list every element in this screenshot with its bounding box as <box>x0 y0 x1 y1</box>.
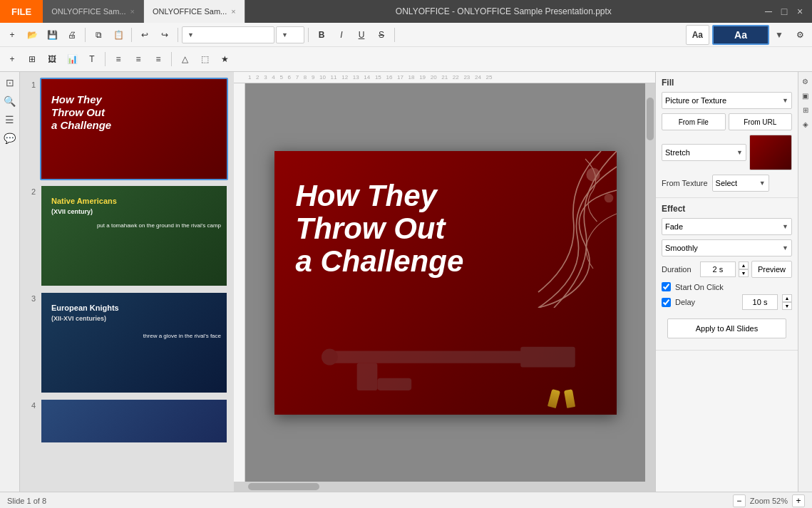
slide-canvas[interactable]: How They Throw Out a Challenge <box>245 83 645 482</box>
zoom-in-button[interactable]: + <box>792 494 805 507</box>
smoothly-chevron: ▼ <box>782 244 788 252</box>
fill-type-label: Picture or Texture <box>665 96 726 105</box>
slide-thumb-3[interactable]: European Knights (XII-XVI centuries) thr… <box>40 291 228 394</box>
theme-expand-button[interactable]: ▼ <box>772 28 786 42</box>
print-button[interactable]: 🖨 <box>63 26 81 44</box>
tab-onlyoffice[interactable]: ONLYOFFICE Sam... × <box>43 0 144 23</box>
tab-sample-presentation[interactable]: ONLYOFFICE Sam... × <box>144 0 245 23</box>
file-menu-button[interactable]: FILE <box>0 0 43 23</box>
fill-buttons: From File From URL <box>662 113 792 130</box>
fill-type-dropdown[interactable]: Picture or Texture ▼ <box>662 92 792 109</box>
slide-1-title: How They Throw Out a Challenge <box>51 93 111 132</box>
tab-close-button[interactable]: × <box>130 7 134 16</box>
scrollbar-thumb-v[interactable] <box>647 98 654 140</box>
copy-button[interactable]: ⧉ <box>89 26 108 44</box>
new-button[interactable]: + <box>3 26 21 44</box>
sidebar-comments-icon[interactable]: 💬 <box>2 130 18 146</box>
slide-item-3[interactable]: 3 European Knights (XII-XVI centuries) t… <box>26 291 228 394</box>
slide-4-bg <box>41 400 227 442</box>
delay-up-button[interactable]: ▲ <box>782 294 792 302</box>
font-name-dropdown[interactable]: ▼ <box>182 26 274 43</box>
ruler-vertical <box>234 83 245 482</box>
from-url-button[interactable]: From URL <box>729 113 793 130</box>
slide-thumb-4[interactable] <box>40 398 228 444</box>
arrange-button[interactable]: ⬚ <box>195 50 214 68</box>
minimize-button[interactable]: ─ <box>762 5 775 18</box>
duration-up-button[interactable]: ▲ <box>739 261 749 269</box>
insert-text-button[interactable]: T <box>83 50 101 68</box>
separator-1 <box>85 28 86 42</box>
slide-thumb-inner-4 <box>41 400 227 442</box>
italic-button[interactable]: I <box>332 26 351 44</box>
slide-item-1[interactable]: 1 How They Throw Out a Challenge <box>26 78 228 180</box>
stretch-dropdown[interactable]: Stretch ▼ <box>662 144 746 161</box>
svg-rect-4 <box>356 363 377 390</box>
effect-section: Effect Fade ▼ Smoothly ▼ Duration ▲ ▼ <box>656 198 798 351</box>
svg-rect-5 <box>377 378 411 390</box>
sidebar-search-icon[interactable]: 🔍 <box>2 93 18 109</box>
insert-chart-button[interactable]: 📊 <box>63 50 81 68</box>
delay-input[interactable] <box>742 294 778 310</box>
align-left-button[interactable]: ≡ <box>109 50 128 68</box>
insert-table-button[interactable]: ⊞ <box>23 50 41 68</box>
horizontal-scrollbar[interactable] <box>234 482 655 492</box>
settings-button[interactable]: ⚙ <box>791 26 809 44</box>
tab-label: ONLYOFFICE Sam... <box>51 7 125 16</box>
close-button[interactable]: × <box>793 5 806 18</box>
font-size-dropdown[interactable]: ▼ <box>276 26 304 43</box>
zoom-out-button[interactable]: − <box>733 494 746 507</box>
slide-thumb-1[interactable]: How They Throw Out a Challenge <box>40 78 228 180</box>
tab-close-button-2[interactable]: × <box>231 7 235 16</box>
theme-dark[interactable]: Aa <box>712 25 769 45</box>
delay-down-button[interactable]: ▼ <box>782 302 792 310</box>
scrollbar-thumb-h[interactable] <box>248 483 319 490</box>
animation-button[interactable]: ★ <box>215 50 234 68</box>
smoothly-dropdown[interactable]: Smoothly ▼ <box>662 239 792 256</box>
paste-button[interactable]: 📋 <box>109 26 128 44</box>
maximize-button[interactable]: □ <box>778 5 791 18</box>
toolbar-area: + 📂 💾 🖨 ⧉ 📋 ↩ ↪ ▼ ▼ B I U S Aa Aa ▼ ⚙ + <box>0 23 812 72</box>
from-texture-dropdown[interactable]: Select ▼ <box>712 175 769 192</box>
strikethrough-button[interactable]: S <box>372 26 391 44</box>
select-label: Select <box>716 179 738 187</box>
duration-down-button[interactable]: ▼ <box>739 269 749 277</box>
undo-button[interactable]: ↩ <box>135 26 154 44</box>
slide-item-2[interactable]: 2 Native Americans (XVII century) put a … <box>26 185 228 287</box>
open-button[interactable]: 📂 <box>23 26 41 44</box>
start-on-click-checkbox[interactable] <box>662 282 671 291</box>
sidebar-slides-list-icon[interactable]: ☰ <box>2 112 18 128</box>
slide-thumb-2[interactable]: Native Americans (XVII century) put a to… <box>40 185 228 287</box>
shapes-button[interactable]: △ <box>175 50 194 68</box>
redo-button[interactable]: ↪ <box>155 26 174 44</box>
duration-input[interactable] <box>700 261 736 277</box>
align-right-button[interactable]: ≡ <box>149 50 168 68</box>
align-center-button[interactable]: ≡ <box>129 50 148 68</box>
far-right-nav2-btn[interactable]: ⊞ <box>799 103 812 116</box>
far-right-nav3-btn[interactable]: ◈ <box>799 118 812 130</box>
far-right-nav1-btn[interactable]: ▣ <box>799 89 812 102</box>
svg-rect-2 <box>322 351 527 363</box>
bold-button[interactable]: B <box>312 26 331 44</box>
preview-button[interactable]: Preview <box>751 261 792 278</box>
insert-image-button[interactable]: 🖼 <box>43 50 61 68</box>
save-button[interactable]: 💾 <box>43 26 61 44</box>
duration-spinner[interactable]: ▲ ▼ <box>739 261 749 277</box>
slide-3-body: threw a glove in the rival's face <box>143 332 221 340</box>
slide-item-4[interactable]: 4 <box>26 398 228 444</box>
delay-spinner[interactable]: ▲ ▼ <box>782 294 792 310</box>
from-file-button[interactable]: From File <box>662 113 726 130</box>
underline-button[interactable]: U <box>352 26 371 44</box>
apply-all-slides-button[interactable]: Apply to All Slides <box>667 318 786 338</box>
vertical-scrollbar[interactable] <box>645 83 655 482</box>
slide-2-title: Native Americans (XVII century) <box>51 196 117 217</box>
delay-checkbox[interactable] <box>662 298 671 307</box>
texture-preview <box>749 135 792 170</box>
sidebar-slides-icon[interactable]: ⊡ <box>2 75 18 90</box>
insert-slide-button[interactable]: + <box>3 50 21 68</box>
effect-type-dropdown[interactable]: Fade ▼ <box>662 218 792 235</box>
smoothly-label: Smoothly <box>665 244 698 252</box>
effect-smoothly-row: Smoothly ▼ <box>662 239 792 256</box>
theme-plain[interactable]: Aa <box>686 25 709 45</box>
far-right-settings-btn[interactable]: ⚙ <box>799 75 812 88</box>
delay-label: Delay <box>675 298 695 306</box>
